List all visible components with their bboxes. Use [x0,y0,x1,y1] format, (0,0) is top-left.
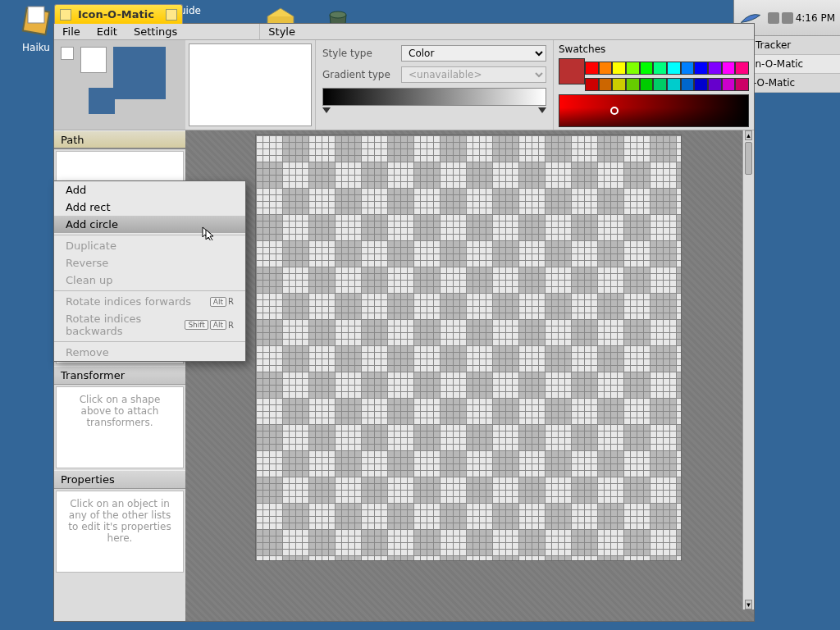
ctx-reverse: Reverse [54,254,245,272]
ctx-duplicate: Duplicate [54,237,245,254]
gradient-preview[interactable] [322,88,546,106]
path-context-menu: Add Add rect Add circle Duplicate Revers… [53,180,246,362]
ctx-remove: Remove [54,344,245,361]
menu-edit[interactable]: Edit [89,24,126,39]
gradient-stop-left[interactable] [322,107,331,113]
clock: 4:16 PM [796,12,835,24]
icon-preview-small [54,40,185,130]
path-panel-header[interactable]: Path [54,130,185,149]
scroll-thumb[interactable] [745,142,752,175]
scroll-up-arrow[interactable]: ▴ [745,130,752,140]
icon-preview-large [189,43,312,126]
ctx-rotate-fwd: Rotate indices forwardsAltR [54,293,245,310]
transformer-list[interactable]: Click on a shape above to attach transfo… [56,386,184,468]
scroll-down-arrow[interactable]: ▾ [745,600,752,609]
canvas[interactable] [255,135,682,561]
window-title: Icon-O-Matic [78,8,154,21]
preview-32 [80,47,107,73]
swatch[interactable] [599,78,613,91]
swatch[interactable] [735,78,749,91]
gradient-stop-right[interactable] [538,107,546,113]
ctx-add-circle[interactable]: Add circle [54,216,245,233]
menu-file[interactable]: File [54,24,89,39]
ctx-add[interactable]: Add [54,181,245,199]
preview-32-style [89,88,115,114]
cursor-icon [201,226,216,240]
swatch[interactable] [722,78,736,91]
swatch[interactable] [681,62,695,75]
style-panel: Style type Color Gradient type <unavaila… [315,40,553,130]
ctx-add-rect[interactable]: Add rect [54,199,245,216]
menubar: File Edit Settings Style [54,24,754,40]
swatch[interactable] [626,78,640,91]
gradient-type-select: <unavailable> [401,66,546,83]
svg-point-3 [330,11,346,18]
swatch[interactable] [626,62,640,75]
color-field[interactable] [559,94,749,127]
gradient-type-label: Gradient type [322,69,396,80]
swatch[interactable] [667,78,681,91]
tray-icon[interactable] [768,12,779,24]
swatch[interactable] [640,78,654,91]
preview-row: Style type Color Gradient type <unavaila… [54,40,754,130]
close-button[interactable] [60,9,71,21]
preview-64-style [113,47,166,99]
swatch[interactable] [653,78,667,91]
swatch[interactable] [599,62,613,75]
swatch[interactable] [667,62,681,75]
menu-settings[interactable]: Settings [126,24,185,39]
properties-body: Click on an object in any of the other l… [56,491,184,573]
ctx-rotate-bwd: Rotate indices backwardsShiftAltR [54,310,245,340]
svg-rect-1 [28,7,44,23]
swatch[interactable] [612,62,626,75]
style-type-select[interactable]: Color [401,45,546,62]
canvas-area: ▴ ▾ [185,130,754,621]
swatch[interactable] [735,62,749,75]
tray: 4:16 PM [768,12,835,24]
swatch[interactable] [722,62,736,75]
ctx-clean-up: Clean up [54,272,245,289]
swatch[interactable] [612,78,626,91]
swatches-title: Swatches [559,43,749,55]
zoom-button[interactable] [166,9,177,21]
swatch[interactable] [694,62,708,75]
swatch[interactable] [694,78,708,91]
transformer-panel-header[interactable]: Transformer [54,366,185,385]
color-picker-ring[interactable] [610,107,619,115]
swatch[interactable] [640,62,654,75]
swatch[interactable] [708,62,722,75]
tray-icon[interactable] [782,12,793,24]
vertical-scrollbar[interactable]: ▴ ▾ [742,130,754,609]
properties-panel-header[interactable]: Properties [54,470,185,489]
swatches-panel: Swatches [553,40,754,130]
swatch[interactable] [585,62,599,75]
style-section-label: Style [259,24,304,39]
swatch[interactable] [653,62,667,75]
swatch[interactable] [681,78,695,91]
swatch[interactable] [708,78,722,91]
preview-16 [61,47,74,60]
titlebar[interactable]: Icon-O-Matic [54,4,183,24]
swatch[interactable] [585,78,599,91]
style-type-label: Style type [322,48,396,59]
current-color-swatch[interactable] [559,58,585,84]
